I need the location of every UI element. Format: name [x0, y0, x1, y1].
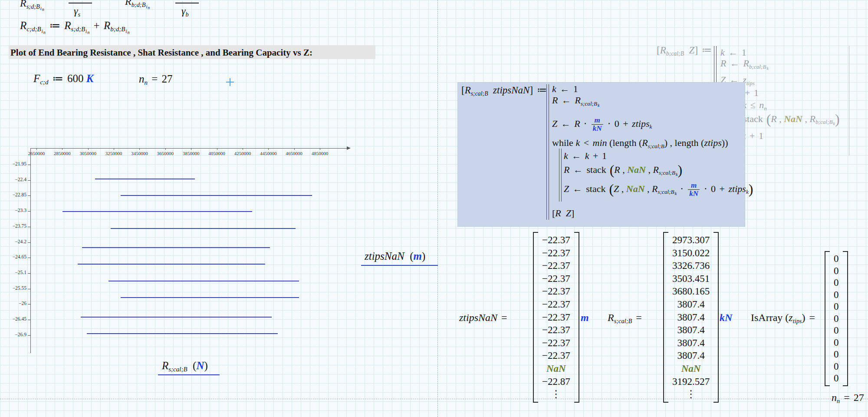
x-tick-label: 3650000 — [152, 151, 178, 156]
math-region-nn-bottom[interactable]: nn = 27 — [832, 392, 864, 405]
x-tick-mark — [191, 148, 191, 150]
x-tick-mark — [294, 148, 295, 150]
matrix-cell: 3807.4 — [672, 311, 710, 324]
math-region-rcd[interactable]: Rc;d;Bin ≔ Rs;d;Bin + Rb;d;Bin — [20, 19, 130, 35]
matrix-cell: 0 — [834, 277, 839, 289]
page-break-vertical — [437, 0, 438, 417]
matrix-cell: 0 — [834, 324, 839, 337]
matrix-cell: NaN — [542, 362, 570, 375]
x-tick-label: 3450000 — [126, 151, 152, 156]
section-heading[interactable]: Plot of End Bearing Resistance , Shat Re… — [10, 47, 312, 58]
matrix-cell: ⋮ — [672, 388, 710, 401]
x-tick-label: 4050000 — [204, 151, 230, 156]
trace-segment — [87, 333, 278, 334]
matrix-cell: 0 — [834, 337, 839, 349]
matrix-cell: −22.87 — [542, 375, 570, 388]
matrix-bracket-right — [843, 251, 848, 386]
program-line: [R Z] — [552, 208, 574, 219]
matrix-cell: 0 — [834, 265, 839, 277]
y-tick-label: −22.4 — [0, 177, 26, 182]
matrix-column: 00000000000 — [830, 251, 843, 386]
rs-result-matrix[interactable]: 2973.3073150.0223326.7363503.4513680.165… — [663, 232, 719, 403]
x-tick-label: 4850000 — [307, 151, 333, 156]
y-tick-mark — [28, 180, 30, 181]
y-axis-line — [30, 148, 31, 353]
program-region-selected[interactable]: [Rs;cal;B ztipsNaN] ≔ k ← 1 R ← Rs;cal;B… — [457, 82, 745, 227]
matrix-cell: −22.37 — [542, 234, 570, 247]
math-region-nn[interactable]: nn = 27 — [139, 73, 173, 86]
y-tick-mark — [28, 227, 30, 227]
y-tick-mark — [28, 273, 30, 274]
x-tick-mark — [114, 148, 114, 150]
matrix-cell: −22.37 — [542, 298, 570, 311]
rs-unit: kN — [720, 312, 732, 324]
page-break-horizontal — [0, 399, 868, 399]
y-tick-label: −26.45 — [0, 316, 26, 321]
matrix-cell: 0 — [834, 289, 839, 301]
fraction-bar — [175, 3, 199, 3]
trace-segment — [108, 281, 299, 281]
x-tick-mark — [36, 148, 37, 150]
program-line: R ← Rs;cal;Bk — [552, 95, 600, 108]
matrix-cell: 3807.4 — [672, 337, 710, 350]
math-region-rbd[interactable]: Rb;d;Bin — [125, 0, 150, 10]
rs-result-label[interactable]: Rs;cal;B = — [608, 312, 643, 325]
math-region-rsd[interactable]: Rs;d;Bin — [20, 0, 44, 12]
ghost-program-line: k ← 1 — [720, 47, 746, 58]
matrix-cell: 0 — [834, 348, 839, 361]
matrix-cell: 3192.527 — [672, 375, 710, 388]
trace-segment — [62, 211, 252, 212]
x-axis-label-underline — [158, 374, 220, 375]
x-tick-mark — [217, 148, 217, 150]
y-tick-mark — [28, 258, 30, 258]
x-axis-arrow-icon — [347, 146, 351, 150]
matrix-cell: 0 — [834, 313, 839, 325]
matrix-bracket-right — [574, 232, 579, 403]
isarray-matrix[interactable]: 00000000000 — [825, 251, 848, 386]
matrix-cell: 2973.307 — [672, 234, 710, 247]
x-tick-label: 3050000 — [75, 151, 101, 156]
x-tick-mark — [165, 148, 166, 150]
ghost-program-line: R ← Rb;cal;Bk — [720, 58, 769, 71]
math-region-gamma-b[interactable]: γb — [181, 5, 189, 18]
matrix-cell: 3503.451 — [672, 272, 710, 285]
ghost-program-header: [Rb;cal;B Z] ≔ — [657, 44, 713, 57]
matrix-column: 2973.3073150.0223326.7363503.4513680.165… — [668, 232, 713, 403]
crosshair-cursor — [226, 82, 234, 83]
y-tick-label: −24.2 — [0, 239, 26, 244]
x-tick-label: 4450000 — [255, 151, 281, 156]
matrix-bracket-left — [533, 232, 538, 403]
program-inner-bar — [559, 149, 562, 202]
program-line: Z ← R ⋅ mkN ⋅ 0 + ztipsk — [552, 116, 652, 132]
y-tick-label: −23.75 — [0, 223, 26, 228]
ghost-program-right-edge — [849, 46, 849, 156]
y-tick-label: −21.95 — [0, 161, 26, 166]
ztips-result-matrix[interactable]: −22.37−22.37−22.37−22.37−22.37−22.37−22.… — [533, 232, 579, 403]
y-tick-mark — [28, 289, 30, 289]
matrix-cell: −22.37 — [542, 324, 570, 337]
matrix-cell: 3807.4 — [672, 349, 710, 362]
x-axis-label[interactable]: Rs;cal;B (N) — [162, 360, 208, 373]
y-tick-label: −26 — [0, 301, 26, 306]
matrix-cell: −22.37 — [542, 285, 570, 298]
math-region-fcd[interactable]: Fc;d ≔ 600 K — [33, 72, 93, 86]
matrix-bracket-left — [663, 232, 668, 403]
math-region-gamma-s[interactable]: γs — [74, 5, 80, 18]
program-header: [Rs;cal;B ztipsNaN] ≔ — [461, 84, 548, 97]
matrix-cell: −22.37 — [542, 259, 570, 272]
matrix-cell: NaN — [672, 362, 710, 375]
y-axis-label-underline — [361, 265, 438, 266]
x-tick-label: 4250000 — [230, 151, 256, 156]
trace-segment — [82, 247, 270, 248]
isarray-label[interactable]: IsArray (ztips) = — [751, 312, 816, 325]
matrix-cell: ⋮ — [542, 388, 570, 401]
trace-segment — [81, 317, 272, 318]
matrix-cell: 3807.4 — [672, 298, 710, 311]
ztips-result-label[interactable]: ztipsNaN = — [459, 312, 509, 324]
trace-segment — [78, 264, 265, 265]
matrix-cell: 0 — [834, 253, 839, 265]
xy-plot[interactable]: 2650000285000030500003250000345000036500… — [30, 148, 360, 357]
y-axis-label[interactable]: ztipsNaN (m) — [365, 250, 425, 262]
y-tick-mark — [28, 320, 30, 320]
x-tick-mark — [62, 148, 62, 150]
